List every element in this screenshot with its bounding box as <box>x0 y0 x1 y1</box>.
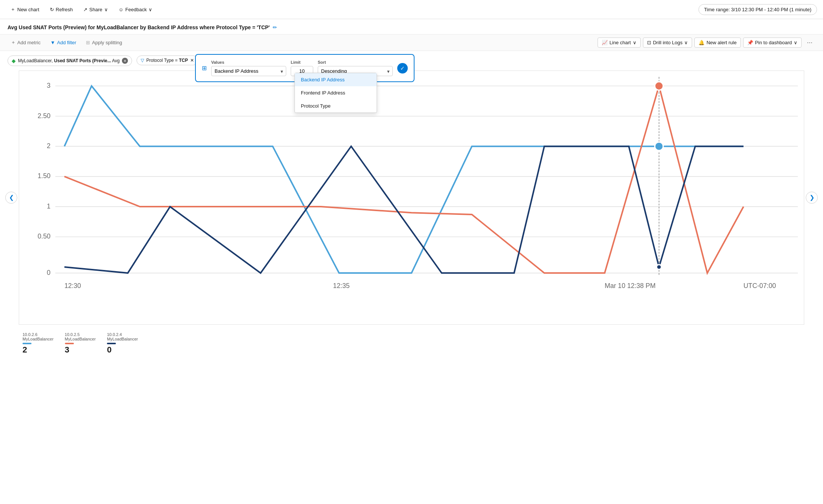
legend-item-3: 10.0.2.4 MyLoadBalancer 0 <box>107 332 138 355</box>
filter-bar: ◆ MyLoadBalancer, Used SNAT Ports (Previ… <box>0 51 823 70</box>
split-values-group: Values Backend IP Address Frontend IP Ad… <box>211 60 286 76</box>
legend-label-1: 10.0.2.6 MyLoadBalancer <box>23 332 54 341</box>
limit-label: Limit <box>291 60 313 64</box>
share-button[interactable]: ↗ Share ∨ <box>79 4 113 15</box>
legend-color-bar-3 <box>107 343 116 344</box>
chart-nav-left[interactable]: ❮ <box>5 192 17 204</box>
splitting-icon: ⊞ <box>86 40 90 45</box>
chart-svg: 3 2.50 2 1.50 1 0.50 0 12:30 12:35 Mar 1… <box>19 71 804 324</box>
refresh-icon: ↻ <box>50 7 54 12</box>
legend-area: 10.0.2.6 MyLoadBalancer 2 10.0.2.5 MyLoa… <box>0 328 823 362</box>
sort-label: Sort <box>318 60 393 64</box>
metric-filter-chip: ◆ MyLoadBalancer, Used SNAT Ports (Previ… <box>8 56 132 66</box>
metric-chip-close[interactable]: ✕ <box>122 58 128 64</box>
legend-color-bar-2 <box>65 343 74 344</box>
feedback-icon: ☺ <box>119 7 123 12</box>
alert-icon: 🔔 <box>698 40 704 45</box>
top-toolbar: ＋ New chart ↻ Refresh ↗ Share ∨ ☺ Feedba… <box>0 0 823 19</box>
line-chart-icon: 📈 <box>602 40 608 45</box>
protocol-filter-chip: ▽ Protocol Type = TCP ✕ <box>137 56 198 65</box>
pin-icon: 📌 <box>747 40 753 45</box>
svg-text:0.50: 0.50 <box>38 232 51 240</box>
svg-point-21 <box>656 265 661 270</box>
feedback-chevron-icon: ∨ <box>149 7 152 12</box>
svg-text:3: 3 <box>47 82 51 89</box>
line-chart-chevron: ∨ <box>633 40 637 45</box>
diamond-icon: ◆ <box>12 58 16 64</box>
legend-item-2: 10.0.2.5 MyLoadBalancer 3 <box>65 332 96 355</box>
svg-text:0: 0 <box>47 269 51 276</box>
split-icon: ⊞ <box>202 64 207 72</box>
svg-text:2: 2 <box>47 142 51 150</box>
chart-nav-right[interactable]: ❯ <box>806 192 818 204</box>
chart-title: Avg Used SNAT Ports (Preview) for MyLoad… <box>8 24 270 30</box>
values-select-wrap: Backend IP Address Frontend IP Address P… <box>211 66 286 76</box>
new-chart-button[interactable]: ＋ New chart <box>6 4 44 15</box>
legend-value-2: 3 <box>65 345 96 355</box>
legend-item-1: 10.0.2.6 MyLoadBalancer 2 <box>23 332 54 355</box>
svg-text:1: 1 <box>47 202 51 210</box>
apply-splitting-button[interactable]: ⊞ Apply splitting <box>82 38 126 47</box>
chart-container: 3 2.50 2 1.50 1 0.50 0 12:30 12:35 Mar 1… <box>19 70 804 325</box>
funnel-icon: ▽ <box>141 58 144 63</box>
legend-color-bar-1 <box>23 343 32 344</box>
chart-toolbar: ✦ Add metric ▼ Add filter ⊞ Apply splitt… <box>0 34 823 51</box>
values-select[interactable]: Backend IP Address Frontend IP Address P… <box>211 66 286 76</box>
add-filter-button[interactable]: ▼ Add filter <box>47 38 80 47</box>
svg-point-19 <box>655 142 664 151</box>
protocol-chip-close[interactable]: ✕ <box>190 58 194 63</box>
refresh-button[interactable]: ↻ Refresh <box>45 4 78 15</box>
new-alert-rule-button[interactable]: 🔔 New alert rule <box>694 38 740 48</box>
svg-text:2.50: 2.50 <box>38 112 51 120</box>
pin-chevron: ∨ <box>794 40 797 45</box>
svg-text:UTC-07:00: UTC-07:00 <box>743 282 776 290</box>
add-metric-icon: ✦ <box>11 40 15 45</box>
dropdown-item-backend[interactable]: Backend IP Address <box>295 73 377 86</box>
split-confirm-button[interactable]: ✓ <box>397 63 408 74</box>
legend-value-3: 0 <box>107 345 138 355</box>
svg-text:1.50: 1.50 <box>38 172 51 180</box>
svg-text:Mar 10 12:38 PM: Mar 10 12:38 PM <box>605 282 656 290</box>
dropdown-item-protocol[interactable]: Protocol Type <box>295 99 377 112</box>
plus-icon: ＋ <box>11 6 15 13</box>
dropdown-item-frontend[interactable]: Frontend IP Address <box>295 86 377 99</box>
chart-toolbar-right: 📈 Line chart ∨ ⊡ Drill into Logs ∨ 🔔 New… <box>598 37 815 48</box>
svg-point-20 <box>655 82 664 90</box>
svg-text:12:30: 12:30 <box>65 282 81 290</box>
values-dropdown-list: Backend IP Address Frontend IP Address P… <box>294 73 377 113</box>
share-icon: ↗ <box>83 7 87 12</box>
legend-label-3: 10.0.2.4 MyLoadBalancer <box>107 332 138 341</box>
drill-into-logs-button[interactable]: ⊡ Drill into Logs ∨ <box>643 38 692 48</box>
drill-logs-icon: ⊡ <box>647 40 651 45</box>
values-label: Values <box>211 60 286 64</box>
add-filter-icon: ▼ <box>50 40 55 45</box>
more-options-button[interactable]: ··· <box>804 37 815 48</box>
feedback-button[interactable]: ☺ Feedback ∨ <box>114 4 157 15</box>
chart-wrapper: ❮ ❯ 3 2.50 2 1.50 1 0.50 0 12:30 12:35 M… <box>11 70 812 325</box>
legend-label-2: 10.0.2.5 MyLoadBalancer <box>65 332 96 341</box>
line-chart-button[interactable]: 📈 Line chart ∨ <box>598 38 641 48</box>
chart-title-area: Avg Used SNAT Ports (Preview) for MyLoad… <box>0 19 823 34</box>
pin-to-dashboard-button[interactable]: 📌 Pin to dashboard ∨ <box>743 38 802 48</box>
edit-icon[interactable]: ✏ <box>273 24 277 30</box>
share-chevron-icon: ∨ <box>104 7 108 12</box>
drill-logs-chevron: ∨ <box>684 40 688 45</box>
time-range-button[interactable]: Time range: 3/10 12:30 PM - 12:40 PM (1 … <box>698 4 817 15</box>
add-metric-button[interactable]: ✦ Add metric <box>8 38 44 47</box>
svg-text:12:35: 12:35 <box>333 282 350 290</box>
legend-value-1: 2 <box>23 345 54 355</box>
